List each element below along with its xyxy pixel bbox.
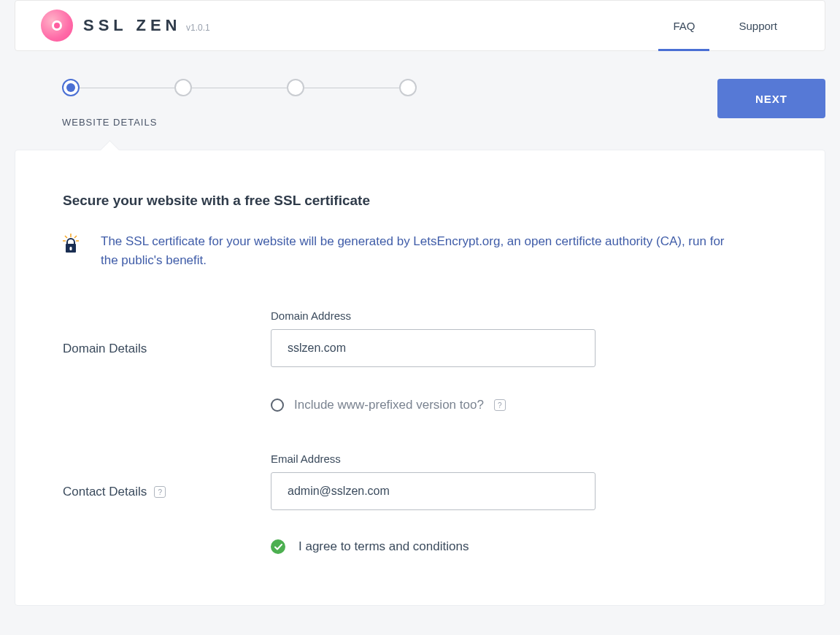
nav-support-label: Support (739, 20, 777, 32)
svg-line-2 (74, 236, 77, 238)
contact-section-label-wrap: Contact Details ? (63, 453, 271, 499)
contact-row: Contact Details ? Email Address (63, 453, 777, 510)
info-text: The SSL certificate for your website wil… (101, 232, 736, 269)
form-card: Secure your website with a free SSL cert… (15, 150, 825, 606)
card-title: Secure your website with a free SSL cert… (63, 193, 777, 209)
include-www-row: Include www-prefixed version too? ? (271, 398, 777, 412)
step-3[interactable] (287, 79, 304, 96)
domain-section-label-wrap: Domain Details (63, 309, 271, 356)
lock-icon (63, 234, 79, 257)
contact-section-label: Contact Details (63, 485, 147, 499)
next-button[interactable]: NEXT (717, 79, 825, 118)
email-input[interactable] (271, 472, 596, 510)
email-field-label: Email Address (271, 453, 777, 465)
include-www-label: Include www-prefixed version too? (294, 398, 484, 412)
agree-row: I agree to terms and conditions (271, 539, 777, 554)
step-line (192, 88, 287, 88)
domain-section-label: Domain Details (63, 342, 147, 356)
logo-icon (41, 9, 73, 42)
header-nav: FAQ Support (651, 1, 799, 50)
svg-rect-6 (70, 247, 72, 250)
top-controls: WEBSITE DETAILS NEXT (0, 51, 840, 128)
help-icon[interactable]: ? (494, 399, 506, 411)
include-www-checkbox[interactable] (271, 399, 284, 412)
help-icon[interactable]: ? (154, 486, 166, 498)
nav-faq[interactable]: FAQ (651, 1, 717, 50)
brand: SSL ZEN v1.0.1 (41, 9, 210, 42)
info-row: The SSL certificate for your website wil… (63, 232, 777, 269)
domain-input[interactable] (271, 329, 596, 367)
nav-support[interactable]: Support (717, 1, 799, 50)
stepper (62, 79, 417, 96)
domain-field-label: Domain Address (271, 309, 777, 322)
step-line (304, 88, 399, 88)
agree-text: I agree to terms and conditions (298, 539, 469, 554)
step-4[interactable] (399, 79, 417, 96)
step-1[interactable] (62, 79, 80, 96)
step-label: WEBSITE DETAILS (62, 117, 417, 128)
stepper-wrap: WEBSITE DETAILS (15, 79, 417, 128)
check-icon[interactable] (271, 539, 285, 554)
brand-name: SSL ZEN (83, 16, 182, 34)
svg-line-1 (65, 236, 67, 238)
version-text: v1.0.1 (186, 23, 210, 33)
nav-faq-label: FAQ (673, 20, 695, 32)
app-header: SSL ZEN v1.0.1 FAQ Support (15, 0, 825, 51)
step-line (80, 88, 174, 88)
domain-row: Domain Details Domain Address Include ww… (63, 309, 777, 412)
step-2[interactable] (174, 79, 192, 96)
